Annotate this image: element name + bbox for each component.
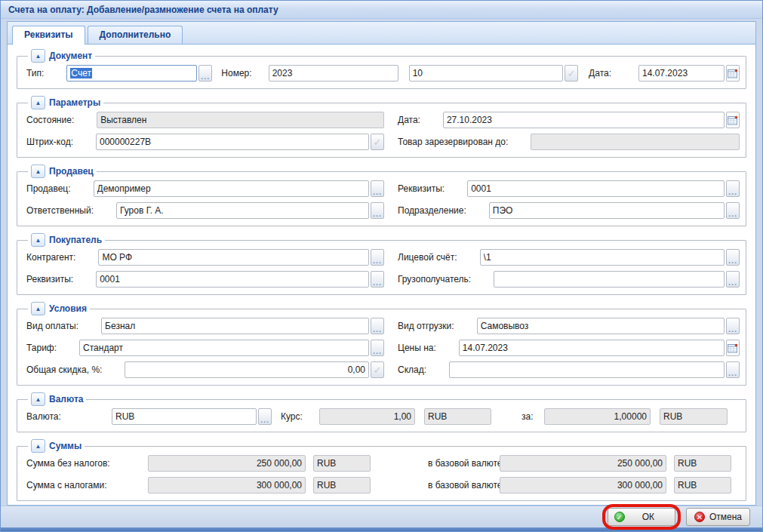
section-document: ▲ Документ Тип: Счет ... Номер: ✓ Дата:	[17, 49, 746, 89]
collapse-icon: ▲	[35, 396, 42, 403]
seller-label: Продавец:	[26, 183, 71, 194]
lookup-icon: ...	[260, 411, 269, 423]
gross-base-currency-field	[674, 477, 731, 494]
params-date-field[interactable]	[443, 112, 725, 128]
currency-field[interactable]	[112, 408, 257, 425]
lookup-icon: ...	[728, 364, 737, 376]
seller-requisites-field[interactable]	[467, 180, 725, 197]
cancel-button-label: Отмена	[709, 512, 742, 522]
doc-date-field[interactable]	[638, 65, 725, 81]
shipment-type-label: Вид отгрузки:	[398, 321, 454, 331]
net-base-label: в базовой валюте:	[428, 458, 500, 469]
collapse-icon: ▲	[35, 443, 42, 450]
collapse-toggle-seller[interactable]: ▲	[31, 165, 45, 178]
form-panel: Реквизиты Дополнительно ▲ Документ Тип: …	[7, 21, 756, 506]
cancel-button[interactable]: ✕ Отмена	[686, 508, 750, 526]
doc-date-label: Дата:	[589, 68, 611, 78]
total-discount-check-button: ✓	[371, 361, 384, 378]
section-currency-title: Валюта	[49, 394, 83, 404]
currency-lookup-button[interactable]: ...	[258, 408, 272, 425]
gross-amount-label: Сумма с налогами:	[26, 480, 148, 490]
lookup-icon: ...	[373, 320, 382, 332]
collapse-toggle-currency[interactable]: ▲	[31, 392, 45, 406]
seller-field[interactable]	[94, 180, 369, 197]
lookup-icon: ...	[373, 273, 382, 285]
state-label: Состояние:	[26, 115, 74, 125]
lookup-icon: ...	[728, 320, 737, 332]
lookup-icon: ...	[373, 204, 382, 217]
personal-account-field[interactable]	[480, 249, 725, 266]
gross-base-amount-field	[500, 477, 666, 494]
tab-requisites-label: Реквизиты	[24, 29, 73, 40]
net-base-currency-field	[674, 455, 731, 472]
lookup-icon: ...	[373, 183, 382, 195]
collapse-icon: ▲	[35, 53, 42, 60]
gross-amount-field	[148, 477, 306, 494]
lookup-icon: ...	[728, 204, 737, 217]
contractor-lookup-button[interactable]: ...	[371, 249, 384, 266]
type-lookup-button[interactable]: ...	[198, 65, 212, 81]
seller-requisites-lookup-button[interactable]: ...	[726, 180, 740, 197]
invoice-dialog-window: Счета на оплату: Добавление/размножение …	[0, 0, 763, 532]
number-extra-field[interactable]	[409, 65, 563, 81]
personal-account-lookup-button[interactable]: ...	[726, 249, 740, 266]
warehouse-field[interactable]	[449, 361, 725, 378]
consignee-lookup-button[interactable]: ...	[726, 271, 740, 288]
prices-on-field[interactable]	[459, 340, 725, 356]
payment-type-field[interactable]	[101, 318, 369, 334]
params-date-calendar-button[interactable]	[726, 112, 740, 128]
tab-additional[interactable]: Дополнительно	[88, 26, 183, 44]
shipment-type-lookup-button[interactable]: ...	[726, 318, 740, 334]
contractor-label: Контрагент:	[26, 252, 75, 263]
buyer-requisites-field[interactable]	[96, 271, 369, 288]
department-lookup-button[interactable]: ...	[726, 202, 740, 219]
section-parameters-title: Параметры	[49, 97, 100, 108]
window-titlebar: Счета на оплату: Добавление/размножение …	[1, 1, 762, 19]
responsible-field[interactable]	[116, 202, 369, 219]
collapse-toggle-document[interactable]: ▲	[31, 49, 45, 63]
department-field[interactable]	[489, 202, 725, 219]
section-seller: ▲ Продавец Продавец: ... Реквизиты: ...	[17, 165, 746, 226]
buyer-requisites-lookup-button[interactable]: ...	[371, 271, 384, 288]
total-discount-label: Общая скидка, %:	[26, 364, 102, 375]
ok-button[interactable]: ✓ ОК	[608, 508, 675, 526]
collapse-toggle-terms[interactable]: ▲	[31, 302, 45, 315]
responsible-label: Ответственный:	[26, 205, 94, 216]
net-currency-field	[313, 455, 371, 472]
section-sums: ▲ Суммы Сумма без налогов: в базовой вал…	[17, 439, 746, 501]
collapse-icon: ▲	[35, 237, 42, 244]
sums-net-row: Сумма без налогов: в базовой валюте:	[26, 455, 740, 472]
collapse-toggle-parameters[interactable]: ▲	[31, 96, 45, 109]
consignee-field[interactable]	[494, 271, 725, 288]
tab-requisites[interactable]: Реквизиты	[12, 26, 85, 45]
rate-field	[319, 408, 415, 425]
window-title: Счета на оплату: Добавление/размножение …	[8, 5, 278, 15]
seller-lookup-button[interactable]: ...	[371, 180, 384, 197]
section-document-title: Документ	[49, 51, 92, 61]
form-content: ▲ Документ Тип: Счет ... Номер: ✓ Дата:	[8, 45, 755, 505]
number-check-button: ✓	[565, 65, 578, 81]
check-icon: ✓	[374, 137, 382, 148]
section-buyer: ▲ Покупатель Контрагент: ... Лицевой счё…	[17, 233, 746, 295]
tariff-lookup-button[interactable]: ...	[371, 340, 384, 356]
collapse-toggle-sums[interactable]: ▲	[31, 439, 45, 453]
responsible-lookup-button[interactable]: ...	[371, 202, 384, 219]
number-field[interactable]	[269, 65, 398, 81]
total-discount-field[interactable]	[125, 361, 369, 378]
tariff-field[interactable]	[79, 340, 369, 356]
payment-type-lookup-button[interactable]: ...	[371, 318, 384, 334]
contractor-field[interactable]	[98, 249, 369, 266]
prices-on-label: Цены на:	[398, 343, 436, 353]
barcode-field[interactable]	[96, 134, 369, 150]
prices-on-calendar-button[interactable]	[726, 340, 740, 356]
currency-row: Валюта: ... Курс: за:	[26, 408, 740, 425]
collapse-toggle-buyer[interactable]: ▲	[31, 233, 45, 247]
warehouse-lookup-button[interactable]: ...	[726, 361, 740, 378]
lookup-icon: ...	[728, 273, 737, 285]
shipment-type-field[interactable]	[477, 318, 725, 334]
doc-date-calendar-button[interactable]	[726, 65, 740, 81]
type-field[interactable]: Счет	[66, 65, 197, 81]
check-icon: ✓	[374, 364, 382, 376]
document-row: Тип: Счет ... Номер: ✓ Дата:	[26, 65, 740, 81]
window-bottom-edge	[1, 527, 762, 531]
